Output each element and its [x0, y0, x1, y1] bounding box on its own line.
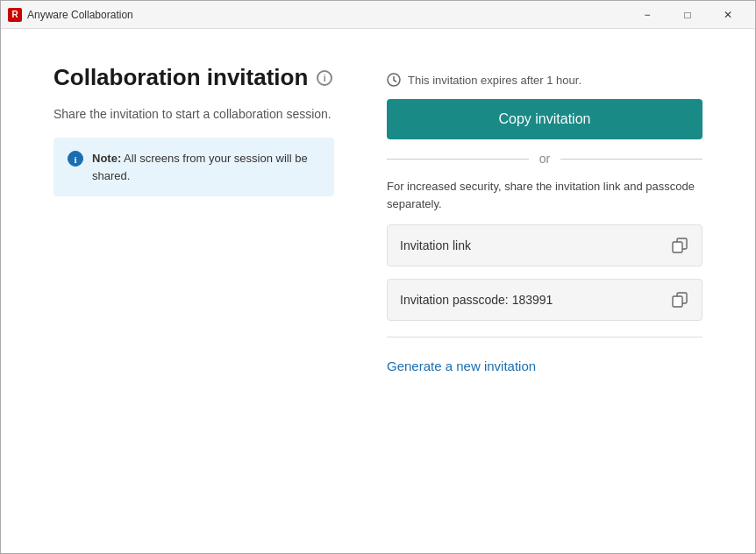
- close-button[interactable]: ✕: [708, 1, 748, 29]
- page-title-container: Collaboration invitation i: [53, 64, 334, 91]
- info-circle-icon: i: [68, 151, 83, 169]
- svg-rect-4: [673, 242, 682, 252]
- page-title: Collaboration invitation: [53, 64, 308, 91]
- expiry-text: This invitation expires after 1 hour.: [408, 74, 581, 87]
- title-bar: R Anyware Collaboration − □ ✕: [1, 1, 755, 29]
- copy-link-button[interactable]: [670, 236, 689, 255]
- svg-text:i: i: [74, 154, 76, 165]
- invitation-link-label: Invitation link: [400, 238, 471, 252]
- minimize-button[interactable]: −: [627, 1, 667, 29]
- generate-invitation-link[interactable]: Generate a new invitation: [387, 359, 703, 373]
- invitation-passcode-label: Invitation passcode: 183991: [400, 293, 553, 307]
- subtitle-text: Share the invitation to start a collabor…: [53, 105, 334, 124]
- clock-icon: [387, 73, 401, 87]
- separator: [387, 337, 703, 337]
- main-content: Collaboration invitation i Share the inv…: [1, 29, 755, 553]
- copy-link-icon: [672, 238, 688, 253]
- invitation-passcode-row: Invitation passcode: 183991: [387, 279, 703, 321]
- window-controls: − □ ✕: [627, 1, 748, 29]
- security-text: For increased security, share the invita…: [387, 178, 703, 212]
- or-label: or: [539, 152, 550, 166]
- info-icon[interactable]: i: [317, 70, 332, 86]
- note-body: All screens from your session will be sh…: [92, 152, 308, 182]
- copy-invitation-button[interactable]: Copy invitation: [387, 99, 703, 139]
- svg-rect-6: [673, 296, 682, 307]
- expiry-row: This invitation expires after 1 hour.: [387, 73, 703, 87]
- maximize-button[interactable]: □: [667, 1, 708, 29]
- invitation-link-row: Invitation link: [387, 224, 703, 266]
- app-window: R Anyware Collaboration − □ ✕ Collaborat…: [0, 0, 756, 554]
- left-panel: Collaboration invitation i Share the inv…: [53, 64, 334, 518]
- or-divider: or: [387, 152, 703, 166]
- note-box: i Note: All screens from your session wi…: [53, 138, 334, 196]
- window-title: Anyware Collaboration: [27, 9, 627, 21]
- right-panel: This invitation expires after 1 hour. Co…: [387, 64, 703, 518]
- copy-passcode-button[interactable]: [670, 290, 689, 309]
- copy-passcode-icon: [672, 292, 688, 308]
- note-prefix: Note:: [92, 152, 121, 165]
- app-icon: R: [8, 8, 22, 22]
- note-text: Note: All screens from your session will…: [92, 150, 320, 184]
